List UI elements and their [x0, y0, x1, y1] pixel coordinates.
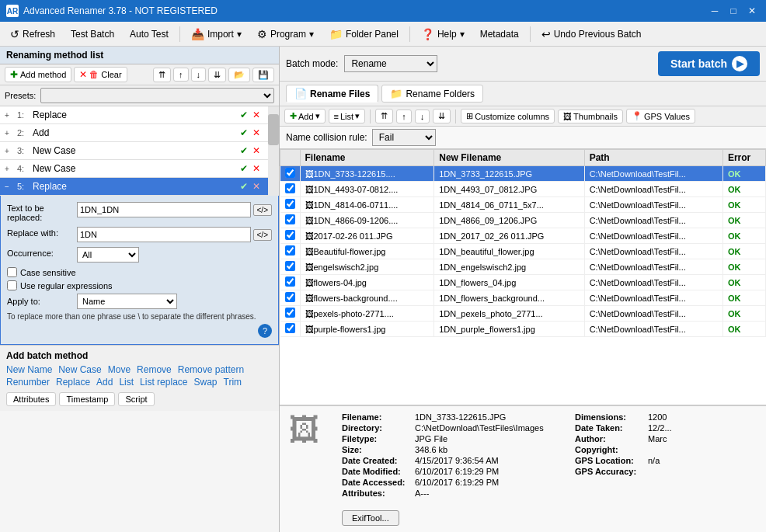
row-checkbox-4[interactable] [285, 230, 295, 240]
col-path[interactable]: Path [584, 150, 722, 166]
table-row[interactable]: 🖼pexels-photo-2771.... 1DN_pexels_photo_… [280, 306, 766, 322]
help-button[interactable]: ? [258, 324, 272, 338]
move-up-button[interactable]: ↑ [173, 68, 189, 82]
tab-script[interactable]: Script [118, 392, 154, 406]
menu-undo[interactable]: ↩ Undo Previous Batch [534, 25, 649, 43]
table-row[interactable]: 🖼flowers-background.... 1DN_flowers_back… [280, 290, 766, 306]
row-checkbox-0[interactable] [285, 168, 295, 178]
add-method-button[interactable]: ✚ Add method [5, 67, 71, 82]
maximize-button[interactable]: □ [726, 5, 741, 17]
thumbnails-button[interactable]: 🖼 Thumbnails [558, 110, 623, 123]
tab-rename-folders[interactable]: 📁 Rename Folders [381, 85, 483, 103]
replace-code-button[interactable]: </> [253, 229, 272, 241]
text-code-button[interactable]: </> [253, 204, 272, 216]
row-checkbox-1[interactable] [285, 183, 295, 193]
method-del-3[interactable]: ✕ [252, 145, 263, 156]
row-new-filename-cell: 1DN_purple_flowers1.jpg [434, 322, 584, 337]
batch-link-new-name[interactable]: New Name [6, 364, 52, 375]
method-del-4[interactable]: ✕ [252, 163, 263, 174]
close-button[interactable]: ✕ [744, 5, 760, 17]
batch-link-trim[interactable]: Trim [224, 377, 242, 388]
table-row[interactable]: 🖼1DN_4493-07-0812.... 1DN_4493_07_0812.J… [280, 182, 766, 197]
customize-columns-button[interactable]: ⊞ Customize columns [461, 109, 555, 123]
add-files-button[interactable]: ✚ Add ▾ [284, 109, 326, 123]
menu-auto-test[interactable]: Auto Test [123, 26, 176, 43]
text-to-replace-input[interactable] [77, 202, 251, 217]
menu-test-batch[interactable]: Test Batch [64, 26, 121, 43]
method-item-1[interactable]: + 1: Replace ✔ ✕ [0, 106, 268, 124]
start-batch-button[interactable]: Start batch ▶ [658, 51, 760, 76]
row-checkbox-7[interactable] [285, 276, 295, 287]
method-item-5[interactable]: − 5: Replace ✔ ✕ [0, 178, 268, 196]
batch-link-new-case[interactable]: New Case [58, 364, 101, 375]
col-filename[interactable]: Filename [300, 150, 434, 166]
batch-link-add[interactable]: Add [96, 377, 113, 388]
table-row[interactable]: 🖼1DN_4866-09-1206.... 1DN_4866_09_1206.J… [280, 213, 766, 228]
sort-bottom-button[interactable]: ⇊ [433, 109, 451, 123]
collision-select[interactable]: Fail Skip Overwrite [372, 129, 436, 146]
row-checkbox-2[interactable] [285, 199, 295, 209]
methods-scrollbar[interactable] [268, 106, 279, 196]
clear-button[interactable]: ✕ 🗑 Clear [74, 67, 127, 82]
regex-checkbox[interactable] [7, 280, 17, 290]
method-del-2[interactable]: ✕ [252, 127, 263, 138]
minimize-button[interactable]: ─ [707, 5, 722, 17]
batch-link-renumber[interactable]: Renumber [6, 377, 50, 388]
exif-tool-button[interactable]: ExifTool... [342, 510, 399, 526]
apply-to-select[interactable]: Name Extension Name and Extension [77, 294, 177, 309]
row-checkbox-3[interactable] [285, 214, 295, 224]
batch-link-swap[interactable]: Swap [193, 377, 217, 388]
tab-rename-files[interactable]: 📄 Rename Files [286, 85, 378, 103]
batch-link-remove-pattern[interactable]: Remove pattern [178, 364, 244, 375]
list-button[interactable]: ≡ List ▾ [329, 109, 366, 123]
sort-down-button[interactable]: ↓ [415, 110, 430, 123]
menu-program-label: Program [270, 29, 306, 40]
tab-attributes[interactable]: Attributes [6, 392, 56, 406]
table-row[interactable]: 🖼purple-flowers1.jpg 1DN_purple_flowers1… [280, 322, 766, 337]
panel-title: Renaming method list [6, 50, 103, 61]
table-row[interactable]: 🖼engelswisch2.jpg 1DN_engelswisch2.jpg C… [280, 259, 766, 275]
menu-program[interactable]: ⚙ Program ▾ [250, 25, 321, 43]
menu-refresh[interactable]: ↺ Refresh [3, 25, 62, 43]
method-item-3[interactable]: + 3: New Case ✔ ✕ [0, 142, 268, 160]
menu-help[interactable]: ❓ Help ▾ [414, 25, 472, 43]
case-sensitive-checkbox[interactable] [7, 267, 17, 277]
method-item-4[interactable]: + 4: New Case ✔ ✕ [0, 160, 268, 178]
col-new-filename[interactable]: New Filename [434, 150, 584, 166]
col-error[interactable]: Error [722, 150, 765, 166]
table-row[interactable]: 🖼2017-02-26 011.JPG 1DN_2017_02_26 011.J… [280, 228, 766, 244]
row-checkbox-10[interactable] [285, 323, 295, 333]
table-row[interactable]: 🖼1DN_4814-06-0711.... 1DN_4814_06_0711_5… [280, 197, 766, 213]
menu-metadata[interactable]: Metadata [473, 26, 526, 43]
method-del-1[interactable]: ✕ [252, 110, 263, 120]
row-checkbox-8[interactable] [285, 292, 295, 302]
table-row[interactable]: 🖼flowers-04.jpg 1DN_flowers_04.jpg C:\Ne… [280, 275, 766, 290]
occurrence-select[interactable]: All First Last [77, 247, 139, 263]
move-down-button[interactable]: ↓ [191, 68, 207, 82]
batch-link-list[interactable]: List [119, 377, 134, 388]
row-checkbox-6[interactable] [285, 261, 295, 271]
replace-with-input[interactable] [77, 227, 251, 242]
gps-values-button[interactable]: 📍 GPS Values [626, 109, 695, 123]
batch-link-remove[interactable]: Remove [137, 364, 172, 375]
sort-top-button[interactable]: ⇈ [375, 109, 393, 123]
method-item-2[interactable]: + 2: Add ✔ ✕ [0, 124, 268, 142]
save-button[interactable]: 💾 [252, 68, 274, 82]
move-top-button[interactable]: ⇈ [153, 68, 171, 82]
row-checkbox-9[interactable] [285, 308, 295, 318]
tab-timestamp[interactable]: Timestamp [59, 392, 115, 406]
menu-import[interactable]: 📥 Import ▾ [184, 25, 249, 43]
batch-link-list-replace[interactable]: List replace [140, 377, 187, 388]
batch-link-replace[interactable]: Replace [56, 377, 90, 388]
row-checkbox-5[interactable] [285, 245, 295, 256]
batch-mode-select[interactable]: Rename Copy Move [344, 55, 437, 72]
menu-folder-panel[interactable]: 📁 Folder Panel [322, 25, 406, 43]
move-bottom-button[interactable]: ⇊ [208, 68, 226, 82]
presets-select[interactable] [40, 88, 274, 103]
sort-up-button[interactable]: ↑ [396, 110, 412, 123]
batch-link-move[interactable]: Move [108, 364, 131, 375]
method-del-5[interactable]: ✕ [252, 181, 263, 192]
table-row[interactable]: 🖼Beautiful-flower.jpg 1DN_beautiful_flow… [280, 244, 766, 259]
table-row[interactable]: 🖼1DN_3733-122615.... 1DN_3733_122615.JPG… [280, 166, 766, 182]
folder-open-button[interactable]: 📂 [228, 68, 250, 82]
